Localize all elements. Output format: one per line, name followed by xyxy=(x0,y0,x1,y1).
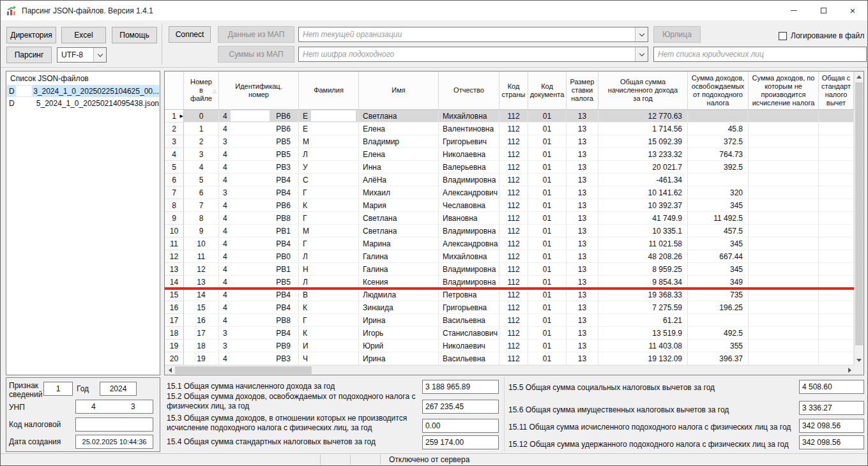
tax-code-field[interactable] xyxy=(75,417,153,432)
table-row[interactable]: 11104РВ4ГМаринаАлександровна112011311 02… xyxy=(165,237,854,250)
table-cell: 01 xyxy=(528,276,567,289)
file-list-item[interactable]: D3_2024_1_0_20250225104625_00... xyxy=(7,85,159,97)
close-button[interactable]: × xyxy=(838,1,867,20)
vertical-scrollbar[interactable] xyxy=(854,71,864,365)
cipher-combo[interactable]: Нет шифра подоходного xyxy=(298,47,648,62)
table-row[interactable]: 19183РВ9ИЮрийНиколаевич112011311 403.083… xyxy=(165,340,854,352)
file-list-item[interactable]: D5_2024_1_0_20250214095438.json xyxy=(7,97,159,109)
total-15-1-field[interactable]: 3 188 965.89 xyxy=(422,380,499,394)
encoding-select[interactable]: UTF-8 xyxy=(57,47,107,63)
scroll-right-icon[interactable] xyxy=(844,366,855,375)
table-cell: 01 xyxy=(528,199,567,212)
jurlica-button[interactable]: Юрлица xyxy=(653,26,701,43)
total-15-11-field[interactable]: 342 098.56 xyxy=(799,419,864,433)
file-list-title: Список JSON-файлов xyxy=(10,74,89,83)
column-header[interactable]: Отчество xyxy=(439,71,499,109)
total-15-2-field[interactable]: 267 235.45 xyxy=(422,400,499,414)
jur-list-placeholder: Нет списка юридических лиц xyxy=(654,50,764,59)
table-cell xyxy=(819,327,854,340)
horizontal-scrollbar[interactable] xyxy=(165,365,855,375)
minimize-button[interactable] xyxy=(779,1,809,20)
column-header[interactable]: Фамилия xyxy=(299,71,359,109)
table-cell: 112 xyxy=(499,199,528,212)
redaction-gap xyxy=(312,136,356,147)
table-row[interactable]: 1094РВ1МСветланаВладимировна112011310 33… xyxy=(165,225,854,237)
column-header[interactable]: Код документа xyxy=(528,71,567,109)
table-cell: Марина xyxy=(359,237,439,250)
table-cell: 7 275.59 xyxy=(598,301,688,314)
total-15-6-field[interactable]: 3 336.27 xyxy=(799,401,864,415)
unp-field[interactable]: 4 3 xyxy=(75,400,153,414)
table-cell: 4РВ0 xyxy=(219,250,299,263)
table-cell: 764.73 xyxy=(688,148,749,161)
table-row[interactable]: 17164РВ8ГИринаВасильевна112011361.21 xyxy=(165,314,854,327)
horizontal-scroll-thumb[interactable] xyxy=(175,366,312,374)
scroll-up-icon[interactable] xyxy=(855,71,864,82)
column-header[interactable]: Идентификац. номер xyxy=(219,71,299,109)
table-row[interactable]: 18173РВ4КИгорьСтаниславович112011313 519… xyxy=(165,327,854,340)
table-row[interactable]: 214РВ6ЕЕленаВалентиновна11201131 714.564… xyxy=(165,123,854,135)
help-button[interactable]: Помощь xyxy=(112,27,157,43)
table-cell: Васильевна xyxy=(439,314,499,327)
column-header[interactable]: Размер ставки налога xyxy=(567,71,598,109)
column-header[interactable]: Сумма доходов, по которым не производитс… xyxy=(749,71,819,109)
logging-checkbox[interactable] xyxy=(779,32,787,40)
table-cell: С xyxy=(299,174,359,186)
excel-button[interactable]: Excel xyxy=(61,27,106,43)
scroll-down-icon[interactable] xyxy=(855,355,864,365)
scroll-left-icon[interactable] xyxy=(165,366,175,375)
column-header[interactable]: Код страны xyxy=(499,71,528,109)
table-row[interactable]: 874РВ6КМарияЧеславовна112011310 392.3734… xyxy=(165,199,854,212)
table-row[interactable]: 763РВ4ГМихаилАлександрович112011310 141.… xyxy=(165,186,854,199)
directory-button[interactable]: Директория xyxy=(6,27,56,43)
table-cell: 13 xyxy=(567,352,598,365)
priznak-field[interactable]: 1 xyxy=(43,382,73,396)
table-row[interactable]: 434РВ5ЛЕленаНиколаевна112011313 233.3276… xyxy=(165,148,854,161)
redaction-gap xyxy=(231,136,270,147)
map-data-button[interactable]: Данные из МАП xyxy=(218,26,294,43)
jur-list-input[interactable]: Нет списка юридических лиц xyxy=(653,47,867,62)
map-sums-button[interactable]: Суммы из МАП xyxy=(218,46,294,63)
table-cell xyxy=(749,276,819,289)
table-cell: 13 xyxy=(567,135,598,148)
column-header[interactable]: Имя xyxy=(359,71,439,109)
created-field[interactable]: 25.02.2025 10:44:36 xyxy=(75,435,153,449)
year-field[interactable]: 2024 xyxy=(100,382,137,396)
table-row[interactable]: 544РВ3УИннаВалерьевна112011320 021.7392.… xyxy=(165,161,854,174)
table-row[interactable]: 12114РВ0ЛГалинаМихайловна112011348 208.2… xyxy=(165,250,854,263)
table-row[interactable]: 15144РВ4ВЛюдмилаПетровна112011319 368.33… xyxy=(165,289,854,301)
redaction-gap xyxy=(311,149,356,160)
table-row[interactable]: 654РВ4САлёНаВладимировна1120113-461.34 xyxy=(165,174,854,186)
column-header[interactable]: Общая сумма начисленного дохода за год xyxy=(598,71,688,109)
column-header[interactable]: Сумма доходов, освобождаемых от подоходн… xyxy=(688,71,749,109)
total-15-4-field[interactable]: 259 174.00 xyxy=(422,435,499,449)
row-header-cell: 8 xyxy=(165,199,184,212)
table-row[interactable]: 13124РВ1НГалинаВладимировна11201138 959.… xyxy=(165,263,854,276)
parsing-button[interactable]: Парсинг xyxy=(6,47,52,63)
logging-checkbox-wrap[interactable]: Логирование в файл xyxy=(779,31,864,40)
vertical-scroll-thumb[interactable] xyxy=(855,82,863,345)
connect-button[interactable]: Connect xyxy=(169,26,211,43)
redaction-gap xyxy=(231,315,270,326)
table-cell: 112 xyxy=(499,148,528,161)
organization-combo[interactable]: Нет текущей организации xyxy=(298,27,648,42)
table-row[interactable]: 323РВ5МВладимирГригорьевич112011315 092.… xyxy=(165,135,854,148)
column-header[interactable]: Общая с стандарт налого вычет xyxy=(819,71,854,109)
table-cell: 13 233.32 xyxy=(598,148,688,161)
chevron-down-icon xyxy=(635,27,648,41)
table-cell: 4 xyxy=(184,161,219,174)
table-row[interactable]: 984РВ8ГСветланаИвановна112011341 749.911… xyxy=(165,212,854,225)
table-cell: 10 392.37 xyxy=(598,199,688,212)
maximize-button[interactable] xyxy=(809,1,838,20)
table-cell: 48 208.26 xyxy=(598,250,688,263)
total-15-12-field[interactable]: 342 098.56 xyxy=(799,435,864,449)
redaction-gap xyxy=(231,276,270,287)
table-row[interactable]: 20194РВ3ЧИринаВасильевна112011319 132.09… xyxy=(165,352,854,365)
table-row[interactable]: 14134РВ5ЛКсенияВладимировна11201139 854.… xyxy=(165,276,854,289)
column-header[interactable]: Номер в файле△ xyxy=(184,71,219,109)
total-15-5-field[interactable]: 4 508.60 xyxy=(799,380,864,394)
table-row[interactable]: 16154РВ4КЗинаидаГригорьевна11201137 275.… xyxy=(165,301,854,314)
total-15-3-field[interactable]: 0.00 xyxy=(422,419,499,433)
table-cell: 112 xyxy=(499,314,528,327)
table-row[interactable]: 1▶04РВ6ЕСветланаМихайловна112011312 770.… xyxy=(165,110,854,123)
